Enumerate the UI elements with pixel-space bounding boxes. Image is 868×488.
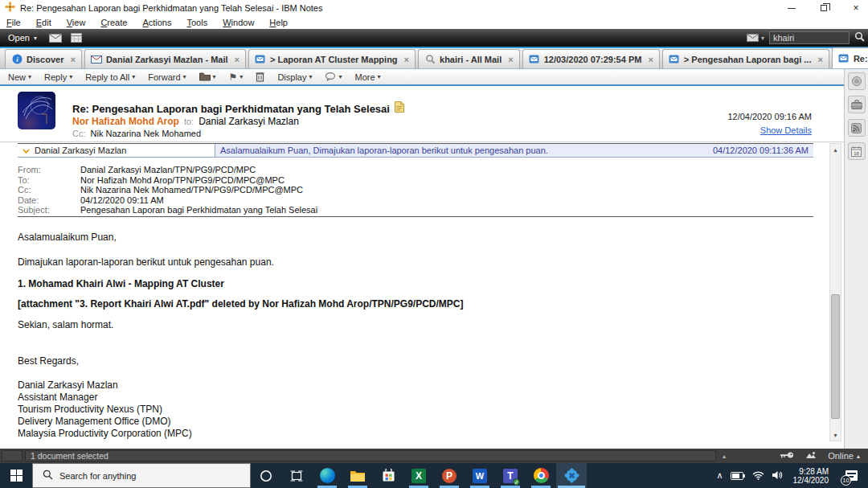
chat-button[interactable]: ▾ bbox=[325, 72, 342, 81]
detail-row: Subject:Pengesahan Laporan bagi Perkhidm… bbox=[18, 205, 317, 215]
briefcase-icon[interactable] bbox=[848, 96, 866, 113]
close-button[interactable]: × bbox=[850, 2, 862, 14]
signature-line: Assistant Manager bbox=[18, 392, 97, 403]
task-view-button[interactable] bbox=[281, 463, 312, 488]
document-icon bbox=[255, 55, 266, 64]
tab-close-icon[interactable]: × bbox=[70, 55, 75, 64]
message-header: Re: Pengesahan Laporan bagi Perkhidmatan… bbox=[0, 87, 844, 142]
tab-laporan-at-cluster[interactable]: > Laporan AT Cluster Mapping × bbox=[248, 49, 416, 68]
sidebar-panel: 18 bbox=[844, 69, 868, 449]
online-status[interactable]: Online▴ bbox=[828, 451, 860, 461]
restore-button[interactable] bbox=[818, 2, 829, 14]
menu-window[interactable]: Window bbox=[223, 18, 254, 27]
thread-preview: Asalamualaikum Puan, Dimajukan laporan-l… bbox=[215, 144, 691, 157]
excel-icon[interactable]: X bbox=[403, 463, 434, 488]
message-recipient[interactable]: Danial Zarkasyi Mazlan bbox=[199, 116, 299, 127]
message-sender[interactable]: Nor Hafizah Mohd Arop bbox=[72, 116, 179, 127]
flag-icon: ⚑ bbox=[229, 72, 238, 83]
search-icon[interactable] bbox=[854, 31, 865, 45]
show-details-link[interactable]: Show Details bbox=[760, 125, 812, 135]
signature-line: Danial Zarkasyi Mazlan bbox=[18, 379, 118, 391]
cc-label: Cc: bbox=[72, 129, 86, 138]
taskbar-search-input[interactable] bbox=[59, 471, 220, 481]
calendar-icon[interactable] bbox=[66, 29, 87, 47]
menu-create[interactable]: Create bbox=[100, 18, 127, 27]
taskbar-search[interactable] bbox=[32, 463, 251, 488]
teams-icon[interactable]: T✓ bbox=[495, 463, 526, 488]
thread-row[interactable]: Danial Zarkasyi Mazlan Asalamualaikum Pu… bbox=[18, 143, 813, 158]
mail-icon[interactable] bbox=[45, 29, 66, 47]
start-button[interactable] bbox=[0, 463, 32, 488]
tab-pengesahan-laporan[interactable]: > Pengesahan Laporan bagi ... × bbox=[662, 49, 829, 68]
menu-edit[interactable]: Edit bbox=[36, 18, 51, 27]
location-icon[interactable] bbox=[805, 451, 817, 461]
tray-chevron-icon[interactable]: ∧ bbox=[716, 470, 723, 481]
security-key-icon[interactable] bbox=[780, 451, 794, 461]
menu-tools[interactable]: Tools bbox=[187, 18, 208, 27]
microsoft-store-icon[interactable] bbox=[373, 463, 403, 488]
detail-row: From:Danial Zarkasyi Mazlan/TPN/PG9/PCD/… bbox=[18, 165, 317, 175]
window-title: Re: Pengesahan Laporan bagi Perkhidmatan… bbox=[20, 3, 322, 13]
action-center-button[interactable]: 10 bbox=[839, 463, 863, 488]
open-button[interactable]: Open▾ bbox=[0, 29, 45, 47]
tab-mail[interactable]: Danial Zarkasyi Mazlan - Mail × bbox=[84, 49, 246, 68]
new-button[interactable]: New▾ bbox=[8, 72, 31, 82]
tab-khairi-all-mail[interactable]: khairi - All Mail × bbox=[418, 49, 520, 68]
menu-file[interactable]: File bbox=[6, 18, 21, 27]
search-input[interactable] bbox=[769, 31, 850, 44]
ibm-notes-window: Re: Pengesahan Laporan bagi Perkhidmatan… bbox=[0, 0, 868, 488]
minimize-button[interactable] bbox=[786, 2, 797, 14]
display-button[interactable]: Display▾ bbox=[277, 72, 312, 82]
file-explorer-icon[interactable] bbox=[342, 463, 373, 488]
status-bar: 1 document selected ▴ Online▴ bbox=[0, 449, 868, 463]
search-scope-mail-icon[interactable]: ▾ bbox=[747, 34, 764, 42]
status-expand-icon[interactable]: ▴ bbox=[723, 453, 726, 460]
powerpoint-icon[interactable]: P bbox=[434, 463, 465, 488]
feeds-icon[interactable] bbox=[848, 119, 866, 137]
tab-discover[interactable]: i Discover × bbox=[5, 49, 82, 68]
search-icon bbox=[43, 469, 53, 483]
attachment-deleted-note: [attachment "3. Report Khairi Alwi AT.pd… bbox=[18, 298, 464, 310]
flag-button[interactable]: ⚑ ▾ bbox=[229, 72, 244, 83]
tab-re-pengesahan-active[interactable]: Re: Pengesahan Laporan b... × bbox=[832, 47, 868, 68]
tab-close-icon[interactable]: × bbox=[817, 55, 822, 64]
message-cc[interactable]: Nik Nazarina Nek Mohamed bbox=[91, 129, 202, 138]
more-button[interactable]: More▾ bbox=[354, 72, 380, 82]
menu-help[interactable]: Help bbox=[269, 18, 288, 27]
word-icon[interactable]: W bbox=[465, 463, 495, 488]
title-bar: Re: Pengesahan Laporan bagi Perkhidmatan… bbox=[0, 0, 868, 16]
contacts-icon[interactable] bbox=[848, 72, 866, 90]
calendar-day-icon[interactable]: 18 bbox=[848, 142, 866, 160]
body-paragraph: Best Regards, bbox=[18, 355, 79, 367]
chat-bubble-icon bbox=[325, 72, 336, 81]
forward-button[interactable]: Forward▾ bbox=[148, 72, 186, 82]
tab-close-icon[interactable]: × bbox=[235, 55, 240, 64]
vertical-scrollbar[interactable]: ▲ ▼ bbox=[829, 143, 841, 441]
reply-to-all-button[interactable]: Reply to All▾ bbox=[85, 72, 135, 82]
attachment-page-icon bbox=[395, 101, 404, 116]
chrome-icon[interactable] bbox=[526, 463, 556, 488]
scrollbar-thumb[interactable] bbox=[831, 294, 840, 419]
signature-line: Malaysia Productivity Corporation (MPC) bbox=[18, 428, 192, 439]
scroll-up-icon[interactable]: ▲ bbox=[830, 144, 841, 155]
tab-close-icon[interactable]: × bbox=[648, 55, 653, 64]
status-grip bbox=[2, 450, 23, 461]
taskbar-clock[interactable]: 9:28 AM 12/4/2020 bbox=[790, 467, 833, 485]
battery-icon[interactable] bbox=[731, 469, 745, 483]
tab-close-icon[interactable]: × bbox=[404, 55, 409, 64]
body-paragraph: 1. Mohamad Khairi Alwi - Mapping AT Clus… bbox=[18, 278, 224, 289]
menu-view[interactable]: View bbox=[67, 18, 86, 27]
tab-close-icon[interactable]: × bbox=[508, 55, 513, 64]
cortana-button[interactable] bbox=[251, 463, 281, 488]
twistie-icon[interactable] bbox=[23, 146, 30, 155]
ibm-notes-taskbar-icon[interactable] bbox=[556, 463, 587, 488]
folder-button[interactable]: ▾ bbox=[199, 72, 216, 81]
scroll-down-icon[interactable]: ▼ bbox=[830, 429, 841, 441]
edge-icon[interactable] bbox=[312, 463, 342, 488]
reply-button[interactable]: Reply▾ bbox=[44, 72, 72, 82]
tab-datetime-doc[interactable]: 12/03/2020 07:29:54 PM × bbox=[522, 49, 660, 68]
wifi-icon[interactable] bbox=[752, 469, 764, 483]
delete-button[interactable] bbox=[256, 72, 264, 82]
volume-icon[interactable] bbox=[772, 469, 783, 483]
menu-actions[interactable]: Actions bbox=[142, 18, 171, 27]
